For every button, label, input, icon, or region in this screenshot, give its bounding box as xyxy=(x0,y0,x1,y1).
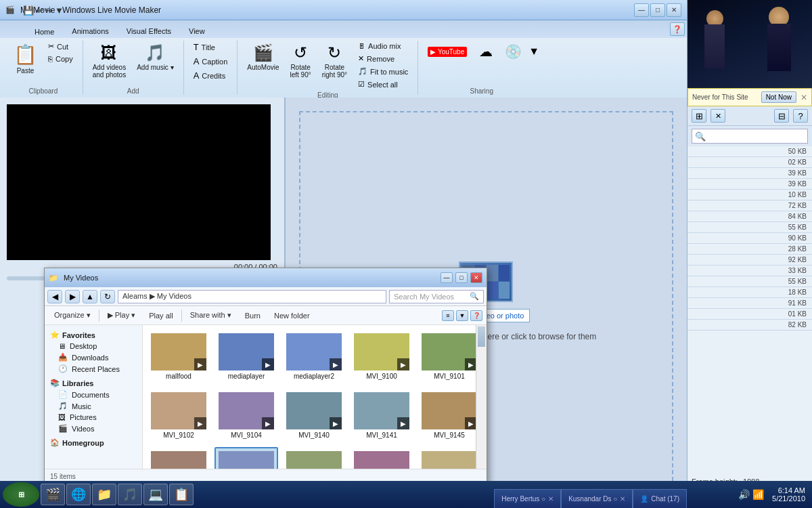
sidebar-item-music[interactable]: 🎵 Music xyxy=(47,400,139,412)
tab-home[interactable]: Home xyxy=(26,24,63,39)
sidebar-item-pictures[interactable]: 🖼 Pictures xyxy=(47,412,139,423)
video-item-my_movie[interactable]: ▶My Movie xyxy=(418,447,476,469)
homegroup-header[interactable]: 🏠 Homegroup xyxy=(47,437,139,448)
video-item-mvi_9154[interactable]: ▶MVI_9154 xyxy=(147,447,210,469)
caption-button[interactable]: A Caption xyxy=(189,55,232,68)
automovie-button[interactable]: 🎬 AutoMovie xyxy=(243,41,283,74)
sharing-more-button[interactable]: ▼ xyxy=(528,45,539,58)
video-label-4: MVI_9101 xyxy=(434,373,465,380)
video-thumb-6: ▶ xyxy=(219,392,274,429)
right-search-field[interactable]: 🔍 xyxy=(692,129,808,144)
libraries-header[interactable]: 📚 Libraries xyxy=(47,377,139,389)
select-all-button[interactable]: ☑ Select all xyxy=(354,79,412,90)
taskbar-app3[interactable]: 📋 xyxy=(169,484,194,505)
video-item-mvi_9164[interactable]: ▶MVI_9164 xyxy=(282,447,346,469)
redo-qa-button[interactable]: ↪ xyxy=(45,5,53,16)
add-music-button[interactable]: 🎵 Add music ▾ xyxy=(133,41,177,74)
maximize-button[interactable]: □ xyxy=(650,3,665,17)
video-item-mvi_9141[interactable]: ▶MVI_9141 xyxy=(350,388,413,443)
rotate-right-button[interactable]: ↻ Rotate right 90° xyxy=(318,41,351,81)
tab-view[interactable]: View xyxy=(180,24,214,38)
taskbar-moviemaker[interactable]: 🎬 xyxy=(41,484,65,505)
close-button[interactable]: ✕ xyxy=(667,3,681,17)
video-item-mvi_9163[interactable]: ▶MVI_9163 xyxy=(215,447,278,469)
video-item-mvi_9145[interactable]: ▶MVI_9145 xyxy=(418,388,476,443)
fb-refresh-button[interactable]: ↻ xyxy=(100,290,115,303)
view-help-button[interactable]: ❓ xyxy=(470,310,482,321)
youtube-button[interactable]: ▶ YouTube xyxy=(424,44,471,60)
notification-bar: Never for This Site Not Now ✕ xyxy=(687,88,812,106)
settings-help-icon[interactable]: ? xyxy=(793,109,808,123)
video-item-mediaplayer[interactable]: ▶mediaplayer xyxy=(215,329,278,384)
qa-dropdown-button[interactable]: ▼ xyxy=(55,5,64,16)
sidebar-item-downloads[interactable]: 📥 Downloads xyxy=(47,352,139,363)
taskbar-app2[interactable]: 💻 xyxy=(143,484,168,505)
share-with-button[interactable]: Share with ▾ xyxy=(185,310,237,321)
fb-back-button[interactable]: ◀ xyxy=(47,290,62,303)
tab-visual-effects[interactable]: Visual Effects xyxy=(118,24,180,38)
minimize-button[interactable]: — xyxy=(634,3,649,17)
title-button[interactable]: T Title xyxy=(189,41,232,54)
fb-close-button[interactable]: ✕ xyxy=(470,272,482,283)
scrollbar-thumb[interactable] xyxy=(478,326,485,347)
taskbar-ie[interactable]: 🌐 xyxy=(66,484,91,505)
organize-button[interactable]: Organize ▾ xyxy=(49,310,96,321)
video-item-mallfood[interactable]: ▶mallfood xyxy=(147,329,210,384)
volume-icon[interactable]: 🔊 xyxy=(738,489,750,500)
chat-kusnandar-close[interactable]: ✕ xyxy=(620,495,625,503)
copy-button[interactable]: ⎘ Copy xyxy=(44,54,77,64)
settings-close-icon[interactable]: ✕ xyxy=(710,109,725,123)
tab-animations[interactable]: Animations xyxy=(63,24,117,38)
fit-to-music-button[interactable]: 🎵 Fit to music xyxy=(354,66,412,77)
taskbar-explorer[interactable]: 📁 xyxy=(92,484,116,505)
view-detail-button[interactable]: ▼ xyxy=(456,310,468,321)
fb-scrollbar[interactable] xyxy=(476,325,487,469)
fb-forward-button[interactable]: ▶ xyxy=(65,290,80,303)
network-icon[interactable]: 📶 xyxy=(752,489,764,500)
video-item-mediaplayer2[interactable]: ▶mediaplayer2 xyxy=(282,329,346,384)
taskbar-media[interactable]: 🎵 xyxy=(118,484,142,505)
chat-tab-main[interactable]: 👤 Chat (17) xyxy=(633,489,687,508)
sidebar-item-desktop[interactable]: 🖥 Desktop xyxy=(47,341,139,352)
new-folder-button[interactable]: New folder xyxy=(269,310,315,321)
credits-button[interactable]: A Credits xyxy=(189,69,232,82)
video-item-mvi_9100[interactable]: ▶MVI_9100 xyxy=(350,329,413,384)
save-qa-button[interactable]: 💾 xyxy=(23,5,34,16)
settings-icon-1[interactable]: ⊞ xyxy=(692,109,706,123)
sidebar-item-recent-places[interactable]: 🕐 Recent Places xyxy=(47,363,139,375)
fb-up-button[interactable]: ▲ xyxy=(83,290,97,303)
cut-button[interactable]: ✂ Cut xyxy=(44,41,77,52)
remove-button[interactable]: ✕ Remove xyxy=(354,53,412,64)
not-now-button[interactable]: Not Now xyxy=(761,91,796,103)
settings-expand-icon[interactable]: ⊟ xyxy=(774,109,789,123)
rotate-left-button[interactable]: ↺ Rotate left 90° xyxy=(286,41,315,81)
add-videos-button[interactable]: 🖼 Add videos and photos xyxy=(89,41,131,81)
play-all-button[interactable]: Play all xyxy=(143,310,178,321)
chat-tab-kusnandar[interactable]: Kusnandar Ds ○ ✕ xyxy=(561,489,633,508)
dvd-button[interactable]: 💿 xyxy=(501,41,526,62)
paste-button[interactable]: 📋 Paste xyxy=(9,41,41,77)
chat-herry-close[interactable]: ✕ xyxy=(548,495,554,503)
undo-qa-button[interactable]: ↩ xyxy=(36,5,43,16)
play-button[interactable]: ▶ Play ▾ xyxy=(102,310,141,321)
video-item-mvi_9140[interactable]: ▶MVI_9140 xyxy=(282,388,346,443)
sidebar-item-videos[interactable]: 🎬 Videos xyxy=(47,423,139,434)
fb-minimize-button[interactable]: — xyxy=(441,272,453,283)
notification-close-button[interactable]: ✕ xyxy=(800,93,807,102)
fb-search-field[interactable]: Search My Videos 🔍 xyxy=(389,290,484,303)
skydrive-button[interactable]: ☁ xyxy=(474,41,498,62)
video-item-mvi_9104[interactable]: ▶MVI_9104 xyxy=(215,388,278,443)
video-item-mvi_9101[interactable]: ▶MVI_9101 xyxy=(418,329,476,384)
video-item-mvi_9102[interactable]: ▶MVI_9102 xyxy=(147,388,210,443)
ribbon-help-button[interactable]: ❓ xyxy=(670,22,685,36)
burn-button[interactable]: Burn xyxy=(240,310,266,321)
chat-tab-herry[interactable]: Herry Bertus ○ ✕ xyxy=(494,489,561,508)
view-list-button[interactable]: ≡ xyxy=(442,310,454,321)
video-item-mvi_9165[interactable]: ▶MVI_9165 xyxy=(350,447,413,469)
favorites-header[interactable]: ⭐ Favorites xyxy=(47,329,139,341)
sidebar-item-documents[interactable]: 📄 Documents xyxy=(47,389,139,400)
fb-path-field[interactable]: Aleams ▶ My Videos xyxy=(118,290,386,303)
audio-mix-button[interactable]: 🎚 Audio mix xyxy=(354,41,412,51)
start-button[interactable]: ⊞ xyxy=(3,482,39,507)
fb-maximize-button[interactable]: □ xyxy=(455,272,468,283)
